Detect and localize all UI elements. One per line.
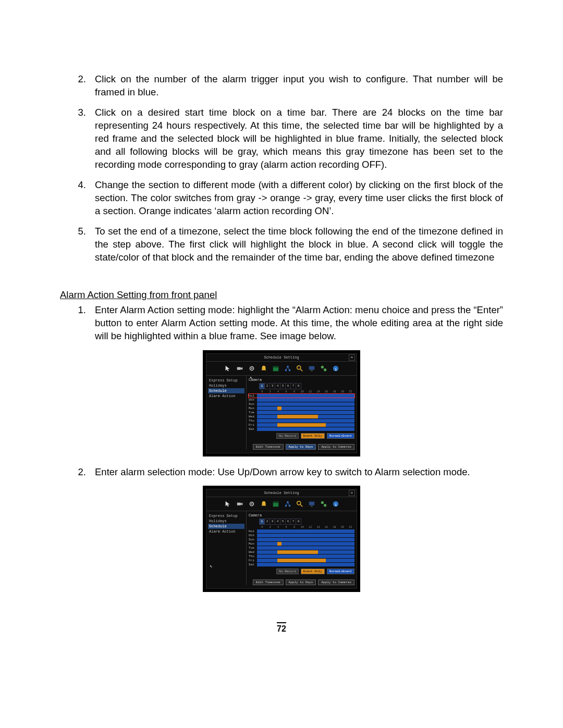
legend-normal-event: Normal+Event [327,569,354,574]
svg-text:i: i [334,366,337,371]
day-row-sun[interactable]: Sun [249,538,354,541]
dvr-toolbar: i [206,362,357,376]
svg-point-21 [297,501,300,505]
hour-ruler: 0246810121416182022 [249,526,354,529]
page-number: 72 [60,601,503,634]
gear-icon[interactable] [248,365,255,372]
instruction-item: Click on a desired start time block on a… [89,106,503,171]
svg-point-11 [324,368,326,371]
legend-no-record: No Record [276,433,298,439]
instruction-item: To set the end of a timezone, select the… [89,225,503,264]
gear-icon[interactable] [248,500,255,508]
edit-timezone-button[interactable]: Edit Timezone [253,579,284,585]
sidebar-item-express[interactable]: Express Setup [208,513,244,519]
tools-icon[interactable] [320,500,327,508]
edit-timezone-button[interactable]: Edit Timezone [253,444,284,450]
day-row-tue[interactable]: Tue [249,411,354,414]
apply-to-days-button[interactable]: Apply to Days [286,579,316,585]
dvr-main-panel: Camera 1 2 3 4 5 6 7 [247,511,357,585]
svg-point-7 [297,365,300,369]
sidebar-item-holidays[interactable]: Holidays [208,383,244,388]
svg-point-15 [251,503,252,505]
day-row-oth[interactable]: Oth [249,534,354,537]
day-row-wed[interactable]: Wed [249,550,354,554]
sidebar-item-schedule[interactable]: Schedule [208,388,244,393]
day-row-hol[interactable]: Hol [249,529,354,533]
info-icon[interactable]: i [332,500,339,508]
dvr-window: Schedule Setting × i E [203,350,360,456]
legend-no-record: No Record [276,569,298,574]
day-row-sat[interactable]: Sat [249,563,354,566]
svg-rect-3 [273,366,278,367]
camera-number-row: 1 2 3 4 5 6 7 8 [259,383,301,389]
day-row-fri[interactable]: Fri [249,559,354,562]
camera-icon[interactable] [236,365,243,372]
document-page: Click on the number of the alarm trigger… [0,0,563,655]
close-icon[interactable]: × [349,490,355,496]
tools-icon[interactable] [320,365,327,372]
instruction-item: Change the section to different mode (wi… [89,179,503,218]
sidebar-item-holidays[interactable]: Holidays [208,519,244,524]
cursor-icon[interactable] [224,365,231,372]
dvr-title: Schedule Setting [264,355,299,360]
instruction-list-2b: Enter alarm selection mode: Use Up/Down … [60,466,503,479]
section-heading: Alarm Action Setting from front panel [60,289,503,301]
dvr-toolbar: i [206,497,357,511]
apply-to-days-button[interactable]: Apply to Days [286,444,316,450]
camera-num-8[interactable]: 8 [296,383,301,389]
svg-rect-8 [309,366,314,369]
day-row-sat[interactable]: Sat [249,427,354,431]
day-row-hol[interactable]: Hol [249,394,354,398]
info-icon[interactable]: i [332,365,339,372]
sidebar-item-express[interactable]: Express Setup [208,378,244,383]
calendar-icon[interactable] [272,500,279,508]
day-row-mon[interactable]: Mon [249,406,354,410]
svg-point-24 [321,501,323,504]
bell-icon[interactable] [260,365,267,372]
dvr-sidebar: Express Setup Holidays Schedule Alarm Ac… [206,511,247,585]
button-row: Edit Timezone Apply to Days Apply to Cam… [249,444,354,450]
monitor-icon[interactable] [308,500,315,508]
legend-event-only: Event Only [301,569,325,574]
camera-icon[interactable] [236,500,243,508]
sidebar-item-schedule[interactable]: Schedule [208,524,244,529]
apply-to-cameras-button[interactable]: Apply to Cameras [318,444,354,450]
dvr-main-panel: ↖ Camera 1 2 3 4 5 6 [247,376,357,450]
search-icon[interactable] [296,500,303,508]
camera-num-8[interactable]: 8 [296,519,301,525]
day-row-mon[interactable]: Mon [249,542,354,546]
bell-icon[interactable] [260,500,267,508]
day-row-wed[interactable]: Wed [249,415,354,418]
svg-point-1 [251,367,252,369]
day-row-tue[interactable]: Tue [249,546,354,550]
search-icon[interactable] [296,365,303,372]
day-row-thu[interactable]: Thu [249,554,354,558]
svg-rect-22 [309,502,314,505]
day-row-oth[interactable]: Oth [249,398,354,402]
network-icon[interactable] [284,500,291,508]
network-icon[interactable] [284,365,291,372]
day-row-fri[interactable]: Fri [249,423,354,427]
sidebar-item-alarm-action[interactable]: Alarm Action [208,393,244,399]
cursor-icon[interactable] [224,500,231,508]
calendar-icon[interactable] [272,365,279,372]
day-row-thu[interactable]: Thu [249,419,354,423]
hour-ruler: 0246810121416182022 [249,390,354,393]
apply-to-cameras-button[interactable]: Apply to Cameras [318,579,354,585]
sidebar-item-alarm-action[interactable]: Alarm Action [208,529,244,534]
screenshot-2: Schedule Setting × i E [60,486,503,592]
svg-text:i: i [334,502,337,507]
svg-rect-17 [273,502,278,503]
day-row-sun[interactable]: Sun [249,402,354,406]
legend: No Record Event Only Normal+Event [249,569,354,574]
legend: No Record Event Only Normal+Event [249,433,354,439]
dvr-sidebar: Express Setup Holidays Schedule Alarm Ac… [206,376,247,450]
dvr-titlebar: Schedule Setting × [206,354,357,362]
legend-normal-event: Normal+Event [327,433,354,439]
monitor-icon[interactable] [308,365,315,372]
camera-label: Camera [249,378,262,382]
close-icon[interactable]: × [349,354,355,361]
button-row: Edit Timezone Apply to Days Apply to Cam… [249,579,354,585]
instruction-item: Enter alarm selection mode: Use Up/Down … [89,466,503,479]
dvr-titlebar: Schedule Setting × [206,489,357,497]
